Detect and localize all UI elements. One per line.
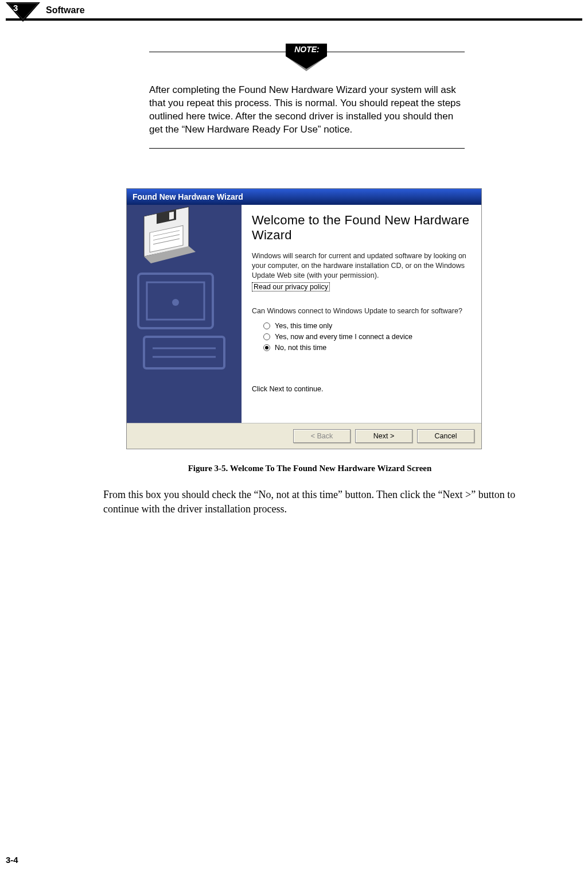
wizard-heading: Welcome to the Found New Hardware Wizard [252, 213, 472, 243]
privacy-policy-link[interactable]: Read our privacy policy [252, 282, 330, 291]
cancel-button[interactable]: Cancel [417, 429, 474, 443]
next-button[interactable]: Next > [355, 429, 412, 443]
svg-rect-15 [169, 212, 174, 220]
dialog-titlebar: Found New Hardware Wizard [127, 189, 481, 205]
wizard-question: Can Windows connect to Windows Update to… [252, 306, 472, 316]
chapter-chevron-icon [6, 2, 40, 22]
wizard-dialog: Found New Hardware Wizard [126, 188, 482, 449]
header-rule [6, 6, 582, 21]
back-button: < Back [293, 429, 351, 443]
dialog-button-bar: < Back Next > Cancel [127, 423, 481, 449]
chapter-badge [6, 2, 40, 22]
radio-icon-checked[interactable] [263, 344, 270, 351]
note-text: After completing the Found New Hardware … [149, 84, 465, 137]
radio-icon[interactable] [263, 322, 270, 329]
svg-marker-0 [6, 2, 40, 22]
note-block: NOTE: After completing the Found New Har… [149, 52, 465, 149]
body-paragraph: From this box you should check the “No, … [103, 488, 534, 516]
svg-marker-4 [286, 56, 327, 69]
radio-option-yes-once[interactable]: Yes, this time only [252, 322, 472, 330]
radio-option-yes-always[interactable]: Yes, now and every time I connect a devi… [252, 333, 472, 341]
radio-label: Yes, now and every time I connect a devi… [275, 333, 412, 341]
note-rule-bottom [149, 148, 465, 149]
radio-label: Yes, this time only [275, 322, 332, 330]
note-label: NOTE: [294, 45, 320, 54]
svg-point-12 [172, 299, 179, 306]
wizard-graphic-icon [127, 205, 242, 423]
wizard-sidebar [127, 205, 242, 423]
wizard-intro: Windows will search for current and upda… [252, 251, 472, 281]
wizard-content: Welcome to the Found New Hardware Wizard… [242, 205, 481, 423]
page-number: 3-4 [6, 855, 18, 865]
section-title: Software [46, 5, 85, 15]
figure-caption: Figure 3-5. Welcome To The Found New Har… [138, 464, 482, 473]
wizard-continue-text: Click Next to continue. [252, 385, 472, 393]
chapter-number: 3 [13, 3, 18, 13]
radio-icon[interactable] [263, 333, 270, 340]
radio-option-no[interactable]: No, not this time [252, 344, 472, 352]
radio-label: No, not this time [275, 344, 326, 352]
dialog-body: Welcome to the Found New Hardware Wizard… [127, 205, 481, 423]
